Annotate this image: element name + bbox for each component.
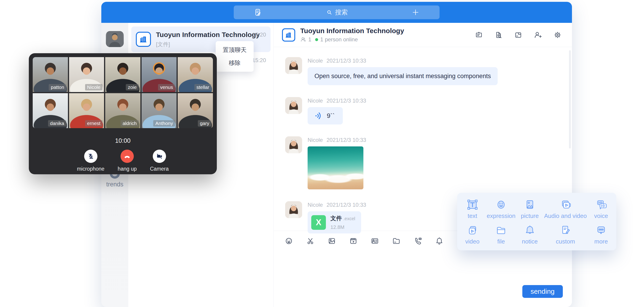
scrollbar[interactable]	[569, 50, 571, 148]
camera-label: Camera	[150, 166, 169, 172]
camera-control[interactable]: Camera	[150, 150, 169, 172]
conversation-title: Tuoyun Information Technology	[156, 31, 252, 39]
message-voice: Nicole2021/12/3 10:33 9``	[285, 97, 572, 124]
attach-label: Audio and video	[544, 212, 586, 220]
attach-item-notice[interactable]: notice	[516, 224, 544, 245]
emoji-icon[interactable]	[284, 236, 294, 246]
video-call-icon[interactable]	[413, 236, 422, 246]
avatar[interactable]	[285, 97, 302, 114]
file-extension: .excel	[343, 216, 355, 221]
file-name: 文件	[330, 215, 342, 221]
avatar[interactable]	[285, 136, 302, 153]
video-clip-icon[interactable]	[349, 236, 358, 246]
participant-tile: stellar	[178, 57, 213, 92]
attach-item-custom[interactable]: custom	[544, 224, 586, 245]
attach-item-text[interactable]: text	[458, 198, 487, 220]
folder-icon[interactable]	[392, 236, 401, 246]
participant-tile: danika	[33, 93, 68, 128]
screenshot-scissors-icon[interactable]	[306, 236, 315, 246]
hangup-control[interactable]: hang up	[118, 150, 137, 172]
group-avatar-icon	[136, 32, 151, 47]
picture-icon	[524, 198, 536, 211]
message-time: 2021/12/3 10:33	[326, 202, 366, 208]
attach-label: notice	[522, 238, 538, 245]
chat-header-actions	[474, 31, 562, 39]
attach-item-file[interactable]: file	[487, 224, 516, 245]
text-bubble[interactable]: Open source, free, and universal instant…	[308, 67, 498, 85]
avatar[interactable]	[285, 201, 302, 218]
participant-name: Nicole	[85, 84, 102, 90]
add-icon[interactable]	[412, 8, 420, 16]
participant-tile: aldrich	[105, 93, 140, 128]
participant-name: Anthony	[153, 120, 175, 127]
microphone-mute-button[interactable]	[84, 150, 98, 163]
search-bar[interactable]: 搜索	[234, 5, 440, 19]
chat-header: Tuoyun Information Technology 1 1 person…	[274, 23, 572, 47]
file-message-card[interactable]: X 文件.excel 12.8M	[308, 211, 361, 234]
contact-card-icon[interactable]	[370, 236, 380, 246]
attach-item-voice[interactable]: voice	[587, 198, 616, 220]
send-button[interactable]: sending	[522, 285, 563, 298]
participant-tile: venus	[142, 57, 177, 92]
audio-video-icon	[559, 198, 572, 211]
microphone-control[interactable]: microphone	[77, 150, 104, 172]
more-icon	[594, 224, 608, 237]
expression-icon	[495, 198, 508, 211]
member-count: 1	[308, 36, 311, 43]
search-field[interactable]: 搜索	[262, 8, 412, 17]
excel-file-icon: X	[311, 215, 326, 230]
picture-icon[interactable]	[327, 236, 336, 246]
attach-label: expression	[487, 212, 516, 220]
file-size: 12.8M	[330, 224, 355, 230]
attach-label: file	[497, 238, 505, 245]
settings-gear-icon[interactable]	[553, 31, 562, 39]
online-status: 1 person online	[320, 36, 358, 43]
menu-item-pin-chat[interactable]: 置顶聊天	[223, 46, 246, 54]
avatar[interactable]	[285, 57, 302, 74]
sender-name: Nicole	[308, 57, 323, 64]
attach-item-expression[interactable]: expression	[487, 198, 516, 220]
notice-bell-icon	[524, 224, 536, 237]
participant-name: ernest	[85, 120, 102, 127]
attach-item-video[interactable]: video	[458, 224, 487, 245]
attach-label: voice	[594, 212, 608, 220]
message-text: Nicole2021/12/3 10:33 Open source, free,…	[285, 57, 572, 85]
top-bar: 搜索	[101, 2, 572, 23]
custom-icon	[559, 224, 572, 237]
conversation-time: 15:20	[252, 57, 266, 63]
attach-item-audio-video[interactable]: Audio and video	[544, 198, 586, 220]
message-type-popup: text expression picture	[457, 193, 616, 250]
add-member-icon[interactable]	[534, 31, 542, 39]
attach-label: picture	[521, 212, 539, 220]
online-dot	[315, 38, 318, 41]
camera-off-button[interactable]	[153, 150, 166, 163]
text-icon	[466, 198, 479, 211]
call-timer: 10:00	[29, 137, 217, 144]
chat-panel: Tuoyun Information Technology 1 1 person…	[274, 23, 572, 307]
hang-up-button[interactable]	[120, 150, 134, 163]
attach-label: custom	[556, 238, 575, 245]
participant-name: patton	[49, 84, 66, 90]
search-placeholder: 搜索	[335, 8, 348, 17]
menu-item-remove[interactable]: 移除	[229, 59, 240, 67]
sender-name: Nicole	[308, 97, 323, 104]
voice-icon	[594, 198, 608, 211]
participant-name: aldrich	[120, 120, 139, 127]
trends-label: trends	[106, 181, 123, 188]
image-message-beach[interactable]	[308, 146, 364, 189]
attach-item-picture[interactable]: picture	[516, 198, 544, 220]
attach-item-more[interactable]: more	[587, 224, 616, 245]
conversation-list-icon[interactable]	[254, 8, 262, 17]
voice-bubble[interactable]: 9``	[308, 107, 343, 124]
participant-tile: ernest	[69, 93, 104, 128]
file-icon[interactable]	[514, 31, 522, 39]
my-avatar[interactable]	[106, 31, 124, 47]
camera-off-icon	[156, 152, 163, 160]
announcement-icon[interactable]	[474, 31, 483, 39]
chat-subtitle: 1 1 person online	[300, 36, 404, 43]
participant-grid: patton Nicole zoie venus stellar danika …	[33, 57, 213, 128]
notification-bell-icon[interactable]	[435, 236, 444, 246]
chat-history-search-icon[interactable]	[494, 31, 503, 39]
attach-label: video	[466, 238, 480, 245]
chat-header-info: Tuoyun Information Technology 1 1 person…	[300, 27, 404, 43]
